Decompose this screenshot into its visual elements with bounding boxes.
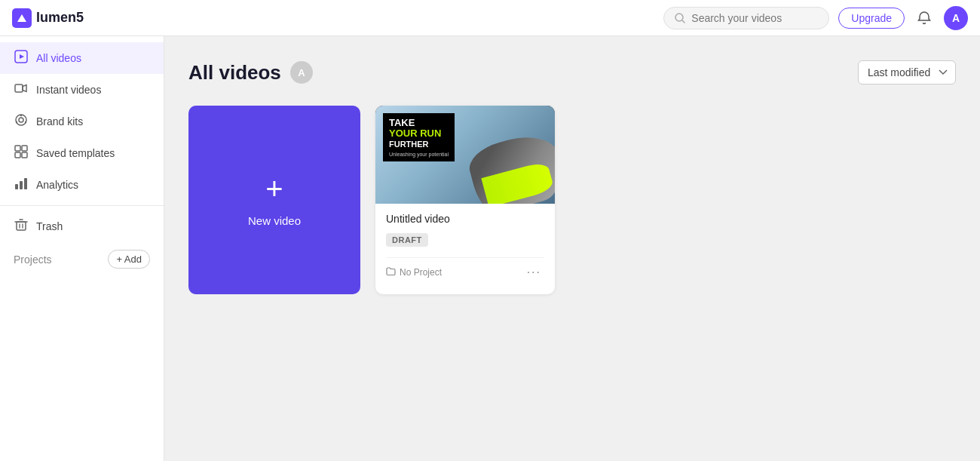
sidebar-label-saved-templates: Saved templates [36, 147, 115, 159]
thumbnail-line2: YOUR RUN [389, 128, 449, 139]
svg-rect-11 [15, 146, 20, 151]
analytics-icon [14, 177, 29, 193]
plus-icon: + [265, 174, 283, 204]
saved-templates-icon [14, 145, 29, 161]
video-more-button[interactable]: ··· [524, 264, 544, 281]
sidebar-label-all-videos: All videos [36, 52, 81, 64]
video-card: TAKE YOUR RUN FURTHER Unleashing your po… [375, 106, 555, 294]
video-title: Untitled video [386, 213, 544, 225]
sidebar-item-instant-videos[interactable]: Instant videos [0, 74, 164, 106]
svg-point-7 [19, 118, 23, 122]
logo-icon [12, 8, 32, 28]
svg-rect-12 [22, 146, 27, 151]
sidebar-label-trash: Trash [36, 220, 63, 232]
sidebar-label-brand-kits: Brand kits [36, 115, 83, 128]
projects-label: Projects [14, 254, 52, 266]
header: lumen5 Upgrade A [0, 0, 980, 36]
trash-icon [14, 218, 29, 235]
video-grid: + New video TAKE YOUR RUN FURTHER Unleas… [188, 106, 956, 294]
all-videos-icon [14, 50, 29, 66]
page-title: All videos [188, 61, 281, 85]
thumbnail-text-box: TAKE YOUR RUN FURTHER Unleashing your po… [383, 113, 455, 161]
svg-rect-16 [20, 181, 23, 189]
sidebar-item-saved-templates[interactable]: Saved templates [0, 137, 164, 169]
sidebar-label-analytics: Analytics [36, 179, 78, 191]
sidebar-label-instant-videos: Instant videos [36, 84, 101, 96]
svg-rect-5 [15, 85, 23, 92]
svg-point-8 [20, 115, 22, 116]
search-icon [675, 13, 685, 23]
no-project-label: No Project [400, 267, 442, 278]
sidebar: All videos Instant videos Brand kits Sav… [0, 36, 164, 461]
logo-text: lumen5 [36, 10, 84, 26]
video-card-footer: No Project ··· [386, 257, 544, 281]
upgrade-button[interactable]: Upgrade [838, 8, 905, 29]
folder-icon [386, 266, 396, 278]
draft-badge: DRAFT [386, 233, 428, 247]
svg-rect-15 [15, 184, 18, 189]
sidebar-nav: All videos Instant videos Brand kits Sav… [0, 42, 164, 242]
brand-kits-icon [14, 113, 29, 130]
new-video-card[interactable]: + New video [188, 106, 360, 294]
thumbnail-line1: TAKE [389, 118, 449, 128]
sidebar-divider [0, 205, 164, 206]
new-video-label: New video [248, 214, 301, 227]
thumbnail-subtext: Unleashing your potential [389, 152, 449, 157]
sidebar-item-brand-kits[interactable]: Brand kits [0, 106, 164, 137]
user-avatar-button[interactable]: A [944, 6, 968, 30]
svg-point-9 [25, 121, 26, 123]
no-project: No Project [386, 266, 442, 278]
sidebar-item-analytics[interactable]: Analytics [0, 169, 164, 201]
layout: All videos Instant videos Brand kits Sav… [0, 36, 980, 461]
sort-select[interactable]: Last modified Date created Alphabetical [858, 60, 956, 85]
main-header: All videos A Last modified Date created … [188, 60, 956, 85]
search-input[interactable] [691, 12, 818, 24]
svg-point-10 [16, 121, 17, 123]
svg-marker-4 [20, 54, 24, 59]
video-thumbnail[interactable]: TAKE YOUR RUN FURTHER Unleashing your po… [375, 106, 555, 204]
add-project-button[interactable]: + Add [108, 250, 150, 269]
video-card-body: Untitled video DRAFT No Project ··· [375, 204, 555, 290]
sidebar-item-trash[interactable]: Trash [0, 211, 164, 242]
svg-rect-14 [22, 152, 27, 158]
svg-rect-13 [15, 152, 20, 158]
main-title-row: All videos A [188, 61, 313, 85]
projects-row: Projects + Add [0, 242, 164, 276]
svg-rect-18 [17, 222, 26, 230]
thumbnail-line3: FURTHER [389, 140, 449, 149]
logo[interactable]: lumen5 [12, 8, 84, 28]
title-avatar: A [290, 61, 313, 84]
svg-rect-17 [24, 178, 27, 189]
instant-videos-icon [14, 81, 29, 98]
bell-icon [917, 11, 932, 26]
svg-line-2 [682, 20, 684, 23]
main-content: All videos A Last modified Date created … [164, 36, 980, 461]
notification-button[interactable] [914, 8, 935, 29]
search-bar[interactable] [663, 7, 829, 29]
sidebar-item-all-videos[interactable]: All videos [0, 42, 164, 74]
